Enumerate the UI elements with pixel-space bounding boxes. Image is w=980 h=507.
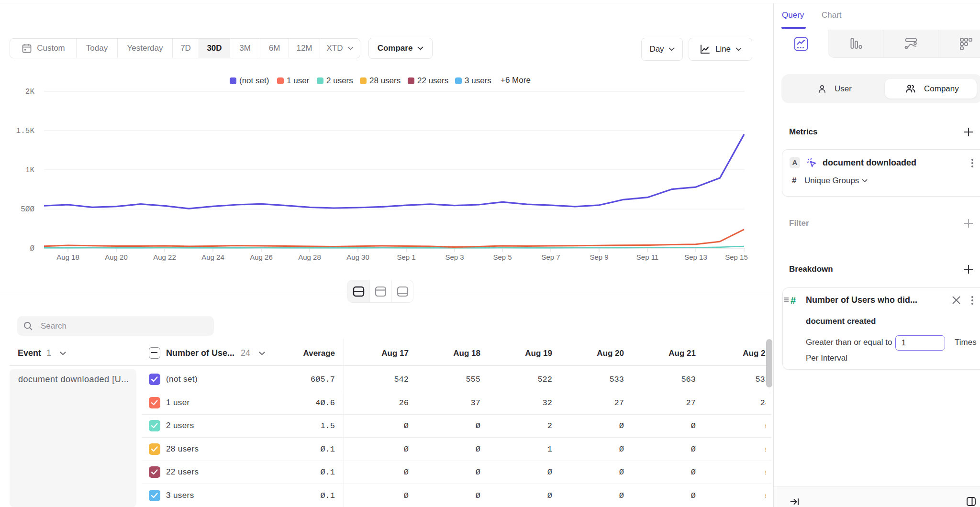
svg-text:Aug 26: Aug 26 [250,253,273,261]
svg-text:Sep 9: Sep 9 [590,253,608,261]
svg-text:Sep 3: Sep 3 [445,253,464,261]
svg-text:Aug 30: Aug 30 [346,253,369,261]
svg-text:2K: 2K [25,88,35,96]
svg-text:Aug 20: Aug 20 [105,253,128,261]
svg-text:Sep 13: Sep 13 [684,253,707,261]
svg-text:1.5K: 1.5K [16,127,35,135]
svg-text:Aug 22: Aug 22 [153,253,176,261]
svg-text:Ø: Ø [30,244,34,253]
svg-text:Sep 11: Sep 11 [636,253,658,261]
svg-text:Sep 15: Sep 15 [725,253,748,261]
svg-text:Aug 24: Aug 24 [201,253,224,261]
svg-text:Aug 18: Aug 18 [56,253,79,261]
svg-text:Sep 1: Sep 1 [397,253,415,261]
svg-text:Aug 28: Aug 28 [298,253,321,261]
svg-text:1K: 1K [25,166,35,175]
svg-text:5ØØ: 5ØØ [21,205,34,214]
svg-text:Sep 5: Sep 5 [493,253,512,261]
svg-text:Sep 7: Sep 7 [541,253,560,261]
